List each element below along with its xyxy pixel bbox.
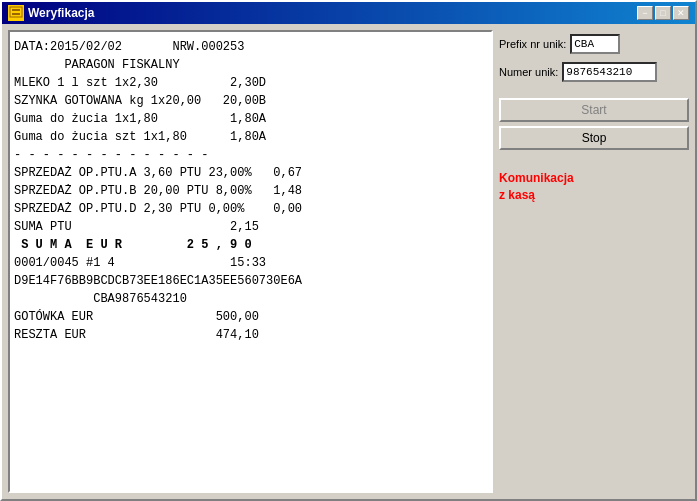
window-title: Weryfikacja [28, 6, 95, 20]
prefix-label: Prefix nr unik: [499, 38, 566, 50]
receipt-line: D9E14F76BB9BCDCB73EE186EC1A35EE560730E6A [14, 272, 487, 290]
title-bar: Weryfikacja − □ ✕ [2, 2, 695, 24]
receipt-line: GOTÓWKA EUR 500,00 [14, 308, 487, 326]
communication-area: Komunikacjaz kasą [499, 170, 689, 204]
title-buttons: − □ ✕ [637, 6, 689, 20]
svg-rect-0 [10, 7, 22, 17]
start-button[interactable]: Start [499, 98, 689, 122]
buttons-section: Start Stop [499, 98, 689, 150]
numer-label: Numer unik: [499, 66, 558, 78]
receipt-line: SPRZEDAŻ OP.PTU.D 2,30 PTU 0,00% 0,00 [14, 200, 487, 218]
receipt-scroll[interactable]: DATA:2015/02/02 NRW.000253 PARAGON FISKA… [10, 32, 491, 491]
receipt-line: Guma do żucia 1x1,80 1,80A [14, 110, 487, 128]
receipt-line: Guma do żucia szt 1x1,80 1,80A [14, 128, 487, 146]
title-bar-left: Weryfikacja [8, 5, 95, 21]
receipt-line: SPRZEDAŻ OP.PTU.A 3,60 PTU 23,00% 0,67 [14, 164, 487, 182]
svg-rect-2 [12, 13, 20, 15]
numer-input[interactable] [562, 62, 657, 82]
numer-row: Numer unik: [499, 62, 689, 82]
receipt-line: PARAGON FISKALNY [14, 56, 487, 74]
receipt-line: - - - - - - - - - - - - - - [14, 146, 487, 164]
svg-rect-1 [12, 9, 20, 11]
maximize-button[interactable]: □ [655, 6, 671, 20]
window-body: DATA:2015/02/02 NRW.000253 PARAGON FISKA… [2, 24, 695, 499]
right-panel: Prefix nr unik: Numer unik: Start Stop K… [499, 30, 689, 493]
window-icon [8, 5, 24, 21]
prefix-row: Prefix nr unik: [499, 34, 689, 54]
receipt-panel: DATA:2015/02/02 NRW.000253 PARAGON FISKA… [8, 30, 493, 493]
communication-text: Komunikacjaz kasą [499, 170, 689, 204]
receipt-line: DATA:2015/02/02 NRW.000253 [14, 38, 487, 56]
receipt-line: SUMA PTU 2,15 [14, 218, 487, 236]
minimize-button[interactable]: − [637, 6, 653, 20]
receipt-line: RESZTA EUR 474,10 [14, 326, 487, 344]
receipt-line: SZYNKA GOTOWANA kg 1x20,00 20,00B [14, 92, 487, 110]
close-button[interactable]: ✕ [673, 6, 689, 20]
receipt-line: MLEKO 1 l szt 1x2,30 2,30D [14, 74, 487, 92]
prefix-input[interactable] [570, 34, 620, 54]
main-window: Weryfikacja − □ ✕ DATA:2015/02/02 NRW.00… [0, 0, 697, 501]
receipt-line: SPRZEDAŻ OP.PTU.B 20,00 PTU 8,00% 1,48 [14, 182, 487, 200]
stop-button[interactable]: Stop [499, 126, 689, 150]
receipt-line: S U M A E U R 2 5 , 9 0 [14, 236, 487, 254]
receipt-line: CBA9876543210 [14, 290, 487, 308]
receipt-line: 0001/0045 #1 4 15:33 [14, 254, 487, 272]
